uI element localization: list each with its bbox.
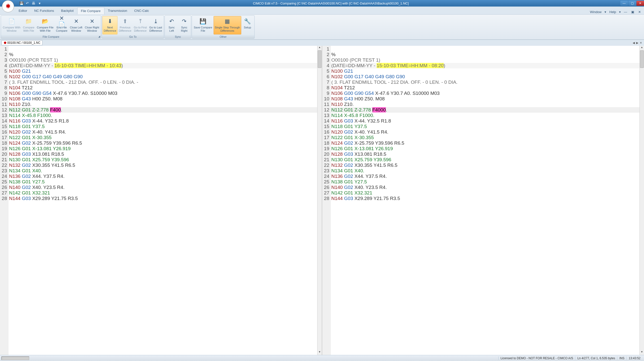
tab-prev-icon[interactable]: ◀	[632, 41, 635, 45]
undo-icon[interactable]: ↶	[25, 1, 30, 6]
tab-close-icon[interactable]: ✕	[639, 41, 642, 45]
code-line[interactable]: N124 G02 X-25.759 Y39.596 R6.5	[331, 140, 639, 146]
code-line[interactable]: N104 T212	[9, 85, 317, 91]
menu-tab-transmission[interactable]: Transmission	[104, 7, 131, 14]
code-line[interactable]: N120 G02 X-40. Y41.5 R4.	[9, 129, 317, 135]
scroll-thumb[interactable]	[318, 50, 321, 68]
menu-tab-cnc-calc[interactable]: CNC-Calc	[131, 7, 152, 14]
menu-tab-backplot[interactable]: Backplot	[58, 7, 77, 14]
close-left-window-button[interactable]: ✕Close LeftWindow	[69, 16, 84, 34]
help-menu[interactable]: Help	[608, 10, 617, 14]
code-line[interactable]: N130 G01 X25.759 Y39.596	[331, 157, 639, 163]
maximize-button[interactable]: ▢	[628, 1, 636, 6]
code-line[interactable]: N106 G00 G90 G54 X-47.6 Y30.7 A0. S10000…	[331, 91, 639, 96]
code-line[interactable]: N114 X-45.8 F1000.	[331, 113, 639, 118]
code-line[interactable]: O00100 (PCR TEST 1)	[331, 57, 639, 63]
right-scrollbar[interactable]: ▲ ▼	[639, 46, 644, 355]
scroll-up-icon[interactable]: ▲	[317, 46, 322, 50]
code-line[interactable]: N126 G01 X-13.081 Y26.919	[9, 146, 317, 151]
code-line[interactable]: N112 G01 Z-2.778 F400.	[9, 107, 317, 113]
code-line[interactable]: N130 G01 X25.759 Y39.596	[9, 157, 317, 163]
code-line[interactable]: N132 G02 X30.355 Y41.5 R6.5	[9, 163, 317, 168]
print-icon[interactable]: 🖶	[31, 1, 36, 6]
minimize-button[interactable]: —	[620, 1, 628, 6]
code-line[interactable]: N144 G03 X29.289 Y21.75 R3.5	[9, 196, 317, 201]
code-line[interactable]: N142 G01 X32.321	[9, 190, 317, 196]
compare-file-with-file-button[interactable]: 📂Compare FileWith File	[36, 16, 55, 34]
code-line[interactable]: N118 G01 Y37.5	[9, 124, 317, 129]
left-code[interactable]: %O00100 (PCR TEST 1)(DATE=DD-MM-YY - 16-…	[9, 46, 317, 355]
code-line[interactable]: N108 G43 H00 Z50. M08	[9, 96, 317, 102]
code-line[interactable]: N134 G01 X40.	[331, 168, 639, 174]
next-difference-button[interactable]: ⬇NextDifference	[102, 16, 117, 34]
save-compare-file-button[interactable]: 💾Save CompareFile	[192, 16, 213, 34]
save-icon[interactable]: 💾	[19, 1, 24, 6]
code-line[interactable]: ( 3. FLAT ENDMILL TOOL - 212 DIA. OFF. -…	[331, 79, 639, 85]
left-scrollbar[interactable]: ▲ ▼	[317, 46, 322, 355]
code-line[interactable]: N110 Z10.	[9, 102, 317, 107]
close-button[interactable]: ✕	[636, 1, 644, 6]
code-line[interactable]: N138 G01 Y27.5	[331, 179, 639, 185]
code-line[interactable]: N100 G21	[9, 68, 317, 74]
code-line[interactable]: N114 X-45.8 F1000.	[9, 113, 317, 118]
scroll-up-icon[interactable]: ▲	[640, 46, 644, 50]
code-line[interactable]: N116 G03 X-44. Y32.5 R1.8	[9, 118, 317, 124]
code-line[interactable]: N124 G02 X-25.759 Y39.596 R6.5	[9, 140, 317, 146]
menu-tab-editor[interactable]: Editor	[15, 7, 31, 14]
code-line[interactable]: N120 G02 X-40. Y41.5 R4.	[331, 129, 639, 135]
code-line[interactable]: N110 Z10.	[331, 102, 639, 107]
scroll-down-icon[interactable]: ▼	[640, 350, 644, 355]
window-menu[interactable]: Window	[589, 10, 602, 14]
code-line[interactable]: N108 G43 H00 Z50. M08	[331, 96, 639, 102]
code-line[interactable]: (DATE=DD-MM-YY - 16-10-03 TIME=HH:MM - 1…	[9, 63, 317, 68]
minimize-ribbon-icon[interactable]: —	[623, 10, 628, 14]
close-child-icon[interactable]: ✕	[637, 10, 642, 14]
document-tab[interactable]: ⬣ 00100.NC / 00100_1.NC	[2, 40, 43, 45]
code-line[interactable]: O00100 (PCR TEST 1)	[9, 57, 317, 63]
code-line[interactable]: N102 G00 G17 G40 G49 G80 G90	[9, 74, 317, 79]
code-line[interactable]	[331, 46, 639, 52]
menu-tab-nc-functions[interactable]: NC Functions	[31, 7, 58, 14]
tab-next-icon[interactable]: ▶	[636, 41, 639, 45]
code-line[interactable]: N112 G01 Z-2.778 F4000.	[331, 107, 639, 113]
code-line[interactable]: N140 G02 X40. Y23.5 R4.	[9, 185, 317, 190]
code-line[interactable]: N100 G21	[331, 68, 639, 74]
code-line[interactable]: N116 G03 X-44. Y32.5 R1.8	[331, 118, 639, 124]
code-line[interactable]: N104 T212	[331, 85, 639, 91]
code-line[interactable]: N136 G02 X44. Y37.5 R4.	[331, 174, 639, 179]
code-line[interactable]: N138 G01 Y27.5	[9, 179, 317, 185]
code-line[interactable]: N122 G01 X-30.355	[9, 135, 317, 140]
code-line[interactable]: ( 3. FLAT ENDMILL TOOL - 212 DIA. OFF. -…	[9, 79, 317, 85]
code-line[interactable]: %	[331, 52, 639, 57]
scroll-thumb[interactable]	[640, 50, 644, 68]
code-line[interactable]: N132 G02 X30.355 Y41.5 R6.5	[331, 163, 639, 168]
code-line[interactable]: N102 G00 G17 G40 G49 G80 G90	[331, 74, 639, 79]
code-line[interactable]: N142 G01 X32.321	[331, 190, 639, 196]
code-line[interactable]: N128 G03 X13.081 R18.5	[9, 151, 317, 157]
code-line[interactable]: N106 G00 G90 G54 X-47.6 Y30.7 A0. S10000…	[9, 91, 317, 96]
close-right-window-button[interactable]: ✕Close RightWindow	[84, 16, 100, 34]
code-line[interactable]: N128 G03 X13.081 R18.5	[331, 151, 639, 157]
code-line[interactable]: (DATE=DD-MM-YY - 15-10-03 TIME=HH:MM - 0…	[331, 63, 639, 68]
code-line[interactable]: N118 G01 Y37.5	[331, 124, 639, 129]
restore-child-icon[interactable]: ▣	[630, 10, 635, 14]
right-code[interactable]: %O00100 (PCR TEST 1)(DATE=DD-MM-YY - 15-…	[331, 46, 639, 355]
sync-right-button[interactable]: ↷SyncRight	[178, 16, 190, 34]
single-step-through-differences-button[interactable]: ▦Single Step ThroughDifferences	[214, 16, 241, 34]
code-line[interactable]: N136 G02 X44. Y37.5 R4.	[9, 174, 317, 179]
scroll-down-icon[interactable]: ▼	[317, 350, 322, 355]
code-line[interactable]: N144 G03 X29.289 Y21.75 R3.5	[331, 196, 639, 201]
code-line[interactable]	[9, 46, 317, 52]
go-to-last-difference-button[interactable]: ⤓Go to LastDifference	[148, 16, 163, 34]
code-line[interactable]: N140 G02 X40. Y23.5 R4.	[331, 185, 639, 190]
qat-dropdown-icon[interactable]: ▾	[37, 1, 42, 6]
menu-tab-file-compare[interactable]: File Compare	[77, 7, 104, 14]
code-line[interactable]: N134 G01 X40.	[9, 168, 317, 174]
sync-left-button[interactable]: ↶SyncLeft	[165, 16, 178, 34]
code-line[interactable]: N122 G01 X-30.355	[331, 135, 639, 140]
dialog-launcher-icon[interactable]: ◢	[98, 35, 100, 38]
code-line[interactable]: %	[9, 52, 317, 57]
setup-button[interactable]: 🔧Setup	[241, 16, 254, 34]
code-line[interactable]: N126 G01 X-13.081 Y26.919	[331, 146, 639, 151]
app-logo[interactable]: ✱	[2, 0, 14, 12]
